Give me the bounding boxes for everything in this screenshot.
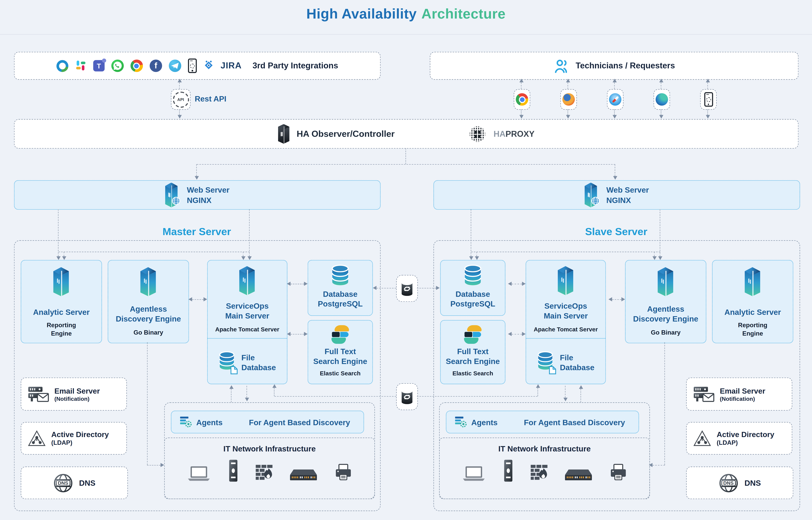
arrowhead: [652, 256, 656, 260]
it-network-title: IT Network Infrastructure: [224, 444, 316, 453]
it-network-devices: [440, 459, 649, 482]
agentless-title2: Discovery Engine: [108, 314, 188, 324]
mobile-app-icon: [188, 58, 197, 73]
database-cylinder-icon: [331, 265, 349, 286]
master-active-directory-box: Active Directory (LDAP): [21, 422, 127, 454]
connector-line: [179, 82, 180, 89]
technicians-requesters-box: Technicians / Requesters: [430, 52, 798, 80]
analytic-server-subtitle2: Engine: [21, 330, 102, 338]
connector-line: [707, 82, 708, 89]
slave-email-server-box: Email Server (Notification): [686, 378, 792, 411]
email-server-subtitle: (Notification): [720, 395, 765, 401]
arrowhead: [177, 79, 182, 82]
arrowhead: [177, 115, 182, 119]
firewall-icon: [255, 464, 273, 482]
connector-line: [654, 252, 654, 256]
web-server-label-line1: Web Server: [187, 185, 230, 195]
elasticsearch-logo-icon: [331, 325, 349, 344]
connector-line: [565, 386, 566, 398]
printer-icon: [334, 464, 352, 482]
master-web-server-box: Web Server NGINX: [14, 180, 381, 210]
technicians-requesters-label: Technicians / Requesters: [576, 61, 675, 70]
connector-line: [249, 209, 250, 256]
database-cylinder-icon: [464, 265, 482, 286]
connector-line: [707, 109, 708, 115]
firefox-browser-chip: [560, 89, 577, 110]
active-directory-subtitle: (LDAP): [51, 439, 109, 446]
arrowhead: [536, 384, 540, 388]
master-analytic-server-card: Analytic Server Reporting Engine: [21, 260, 102, 343]
connector-line: [664, 342, 665, 465]
arrowhead: [659, 115, 663, 119]
printer-icon: [609, 464, 627, 482]
connector-line: [417, 288, 436, 288]
connector-line: [512, 284, 522, 284]
slave-it-network-box: IT Network Infrastructure: [439, 438, 650, 499]
arrowhead: [436, 286, 440, 290]
firefox-icon: [562, 93, 575, 105]
slave-analytic-server-card: Analytic Server Reporting Engine: [712, 260, 793, 343]
connector-line: [581, 389, 581, 402]
server-tower-icon: [658, 267, 673, 296]
connector-line: [568, 109, 568, 115]
third-party-integrations-label: 3rd Party Integrations: [253, 61, 338, 70]
server-tower-device-icon: [228, 459, 238, 482]
arrowhead: [522, 332, 526, 336]
postgres-line2: PostgreSQL: [441, 299, 505, 309]
connector-line: [660, 209, 660, 256]
arrowhead: [272, 384, 276, 388]
serviceops-title2: Main Server: [526, 311, 605, 320]
file-database-section: File Database: [208, 343, 287, 382]
fulltext-line2: Search Engine: [308, 356, 372, 366]
fulltext-subtitle: Elastic Search: [441, 370, 505, 378]
connector-line: [417, 396, 538, 397]
dns-title: DNS: [79, 478, 96, 487]
arrowhead: [566, 79, 570, 82]
chrome-icon: [130, 59, 143, 72]
connector-line: [196, 164, 197, 176]
server-tower-icon: [239, 266, 255, 295]
rest-api-label: Rest API: [194, 94, 226, 103]
ha-observer-label: HA Observer/Controller: [297, 129, 395, 139]
network-switch-icon: [565, 469, 592, 482]
arrowhead: [519, 115, 523, 119]
connector-line: [246, 386, 247, 398]
jira-logo-icon: [204, 60, 214, 71]
connector-line: [290, 284, 304, 284]
connector-line: [147, 342, 148, 465]
arrowhead: [287, 332, 291, 336]
master-it-network-box: IT Network Infrastructure: [164, 438, 375, 499]
arrowhead: [373, 286, 376, 290]
connector-line: [614, 109, 615, 115]
card-divider: [208, 338, 287, 339]
arrowhead: [658, 256, 662, 260]
arrowhead: [287, 281, 291, 286]
fulltext-subtitle: Elastic Search: [308, 370, 372, 378]
file-icon: [548, 365, 557, 375]
connector-line: [521, 109, 521, 115]
connector-line: [231, 389, 231, 402]
dns-badge: DNS: [718, 480, 738, 485]
connector-line: [243, 252, 243, 256]
connector-line: [197, 164, 615, 165]
arrowhead: [56, 256, 60, 260]
email-server-title: Email Server: [720, 387, 765, 395]
telegram-icon: [169, 59, 181, 72]
ha-observer-server-icon: [278, 124, 289, 144]
file-database-icon: [218, 351, 237, 374]
arrowhead: [62, 256, 66, 260]
elasticsearch-logo-icon: [464, 325, 482, 344]
master-agents-bar: Agents For Agent Based Discovery: [171, 411, 364, 433]
agents-label: Agents: [471, 418, 497, 426]
active-directory-subtitle: (LDAP): [717, 439, 774, 446]
web-server-icon: [584, 183, 600, 208]
file-replication-sync-chip: [396, 383, 418, 410]
arrowhead: [304, 281, 308, 286]
arrowhead: [241, 256, 245, 260]
serviceops-subtitle: Apache Tomcat Server: [208, 326, 287, 333]
mobile-device-chip: [700, 89, 717, 110]
connector-line: [64, 252, 64, 256]
arrowhead: [706, 79, 710, 82]
slave-postgresql-card: Database PostgreSQL: [440, 260, 505, 316]
email-server-icon: [27, 386, 49, 402]
